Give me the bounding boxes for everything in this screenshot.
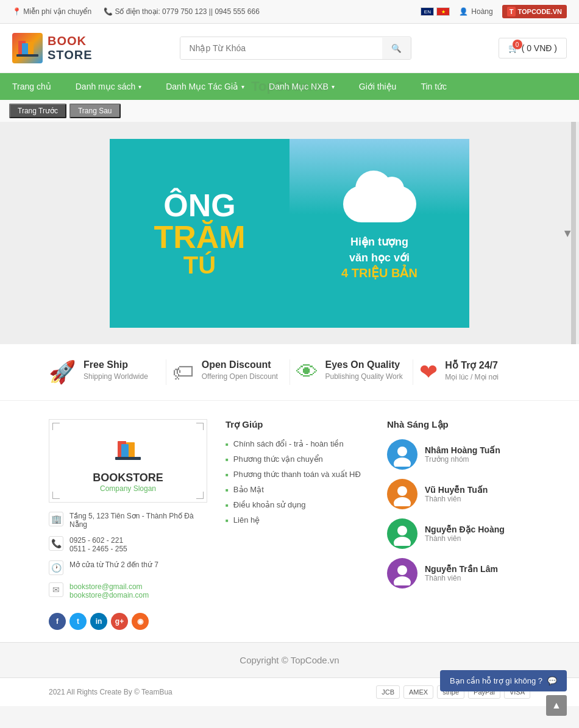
footer-main: BOOKSTORE Company Slogan 🏢 Tầng 5, 123 T… [0, 401, 579, 642]
link-lien-he[interactable]: Liên hệ [226, 515, 369, 525]
footer-grid: BOOKSTORE Company Slogan 🏢 Tầng 5, 123 T… [49, 419, 530, 630]
link-thanh-toan[interactable]: Phương thức thanh toán và xuất HĐ [226, 470, 369, 479]
search-button[interactable]: 🔍 [382, 38, 411, 59]
svg-rect-6 [121, 444, 129, 458]
feature-support: ❤ Hỗ Trợ 24/7 Mọi lúc / Mọi nơi [419, 359, 530, 385]
footer-col3: Nhà Sáng Lập Nhâm Hoàng Tuấn Trưởng nhóm… [387, 419, 530, 630]
logo-book: BOOK [48, 34, 93, 48]
scroll-indicator[interactable]: ▼ [571, 122, 576, 344]
cloud-decoration [343, 186, 416, 222]
facebook-button[interactable]: f [49, 613, 66, 630]
phone-icon: 📞 [49, 536, 63, 551]
free-shipping-label: 📍 Miễn phí vận chuyển [12, 7, 91, 16]
flag-vn[interactable] [436, 7, 450, 16]
footer-logo-slogan: Company Slogan [59, 484, 197, 493]
avatar-0 [387, 439, 417, 470]
social-links: f t in g+ ◉ [49, 613, 207, 630]
user-info[interactable]: 👤 Hoàng [459, 7, 492, 16]
svg-point-11 [394, 497, 411, 506]
navigation: Trang chủ Danh mục sách ▾ Danh Mục Tác G… [0, 73, 579, 100]
clock-icon: 🕐 [49, 560, 63, 575]
nav-tin-tuc[interactable]: Tin tức [408, 73, 459, 100]
cart-area[interactable]: 0 🛒 ( 0 VNĐ ) [499, 38, 567, 58]
member-role-1: Thành viên [425, 495, 488, 503]
contact-email: ✉ bookstore@gmail.com bookstore@domain.c… [49, 582, 207, 599]
chevron-down-icon: ▾ [241, 83, 244, 90]
avatar-3 [387, 558, 417, 588]
feature-sub-0: Shipping Worldwide [83, 372, 148, 381]
member-role-3: Thành viên [425, 574, 498, 582]
link-bao-mat[interactable]: Bảo Mật [226, 485, 369, 494]
nav-danh-muc-nxb[interactable]: Danh Mục NXB ▾ [257, 73, 347, 100]
feature-title-2: Eyes On Quality [325, 359, 403, 370]
hero-text-ong: ÔNG [163, 189, 235, 221]
feature-divider-1 [166, 359, 166, 385]
feature-title-1: Open Discount [202, 359, 278, 370]
support-links: Chính sách đổi - trả - hoàn tiền Phương … [226, 439, 369, 525]
footer-logo-name: BOOKSTORE [59, 472, 197, 484]
flag-en[interactable]: EN [421, 7, 434, 16]
corner-br [196, 492, 204, 499]
link-dieu-khoan[interactable]: Điều khoản sử dụng [226, 500, 369, 509]
prev-button[interactable]: Trang Trước [9, 104, 66, 118]
member-name-3: Nguyễn Trần Lâm [425, 564, 498, 574]
nav-home[interactable]: Trang chủ [0, 73, 63, 100]
avatar-1 [387, 479, 417, 509]
top-bar: 📍 Miễn phí vận chuyển 📞 Số điện thoại: 0… [0, 0, 579, 24]
member-0: Nhâm Hoàng Tuấn Trưởng nhóm [387, 439, 530, 470]
contact-hours: 🕐 Mở cửa từ Thứ 2 đến thứ 7 [49, 560, 207, 575]
nav-danh-muc-sach[interactable]: Danh mục sách ▾ [63, 73, 154, 100]
hero-section: ÔNG TRĂM TÚ Hiện tượng văn học với 4 TRI… [0, 122, 579, 344]
corner-tl [52, 423, 60, 430]
corner-tr [196, 423, 204, 430]
hero-left: ÔNG TRĂM TÚ [110, 139, 290, 328]
heart-icon: ❤ [419, 359, 438, 385]
svg-rect-2 [22, 43, 28, 55]
topcode-logo: T TOPCODE.VN [502, 5, 567, 18]
googleplus-button[interactable]: g+ [111, 613, 128, 630]
member-role-2: Thành viên [425, 534, 505, 543]
member-role-0: Trưởng nhóm [425, 455, 500, 464]
hero-text-tu: TÚ [183, 253, 216, 277]
breadcrumb: Trang Trước Trang Sau [0, 100, 579, 122]
logo[interactable]: BOOK STORE [12, 33, 93, 63]
svg-point-13 [394, 537, 411, 546]
nav-danh-muc-tac-gia[interactable]: Danh Mục Tác Giả ▾ [154, 73, 257, 100]
twitter-button[interactable]: t [69, 613, 87, 630]
cart-total: ( 0 VNĐ ) [522, 43, 557, 53]
svg-rect-3 [16, 54, 38, 57]
avatar-2 [387, 518, 417, 549]
support-heading: Trợ Giúp [226, 419, 369, 430]
link-chinh-sach[interactable]: Chính sách đổi - trả - hoàn tiền [226, 439, 369, 448]
feature-sub-3: Mọi lúc / Mọi nơi [445, 373, 499, 381]
next-button[interactable]: Trang Sau [69, 104, 121, 118]
phone-label: 📞 Số điện thoại: 0779 750 123 || 0945 55… [104, 7, 260, 16]
rss-button[interactable]: ◉ [132, 613, 149, 630]
logo-text: BOOK STORE [48, 34, 93, 62]
member-name-1: Vũ Huyễn Tuấn [425, 485, 488, 495]
feature-sub-1: Offering Open Discount [202, 372, 278, 381]
hero-banner: ÔNG TRĂM TÚ Hiện tượng văn học với 4 TRI… [110, 139, 469, 328]
pay-jcb: JCB [376, 685, 400, 699]
link-van-chuyen[interactable]: Phương thức vận chuyển [226, 454, 369, 464]
hero-right-text: Hiện tượng văn học với 4 TRIỆU BẢN [341, 235, 417, 280]
search-bar[interactable]: 🔍 [180, 37, 411, 60]
member-2: Nguyễn Đặc Hoàng Thành viên [387, 518, 530, 549]
svg-point-10 [397, 486, 407, 496]
language-flags[interactable]: EN [421, 7, 450, 16]
contact-address: 🏢 Tầng 5, 123 Tiên Sơn - Thành Phố Đà Nẵ… [49, 512, 207, 529]
footer-contact: 🏢 Tầng 5, 123 Tiên Sơn - Thành Phố Đà Nẵ… [49, 512, 207, 630]
search-input[interactable] [180, 37, 382, 59]
feature-freeship: 🚀 Free Ship Shipping Worldwide [49, 359, 160, 385]
nav-gioi-thieu[interactable]: Giới thiệu [347, 73, 409, 100]
chevron-down-icon: ▾ [332, 83, 335, 90]
svg-point-15 [394, 576, 411, 585]
scroll-top-button[interactable]: ▲ [546, 695, 567, 706]
linkedin-button[interactable]: in [90, 613, 107, 630]
email-icon: ✉ [49, 582, 63, 597]
footer-logo-icon [59, 435, 197, 465]
top-bar-left: 📍 Miễn phí vận chuyển 📞 Số điện thoại: 0… [12, 7, 260, 16]
cart-badge: 0 [513, 40, 522, 49]
member-3: Nguyễn Trần Lâm Thành viên [387, 558, 530, 588]
chat-button[interactable]: Bạn cần hỗ trợ gì không ? 💬 [440, 670, 567, 691]
